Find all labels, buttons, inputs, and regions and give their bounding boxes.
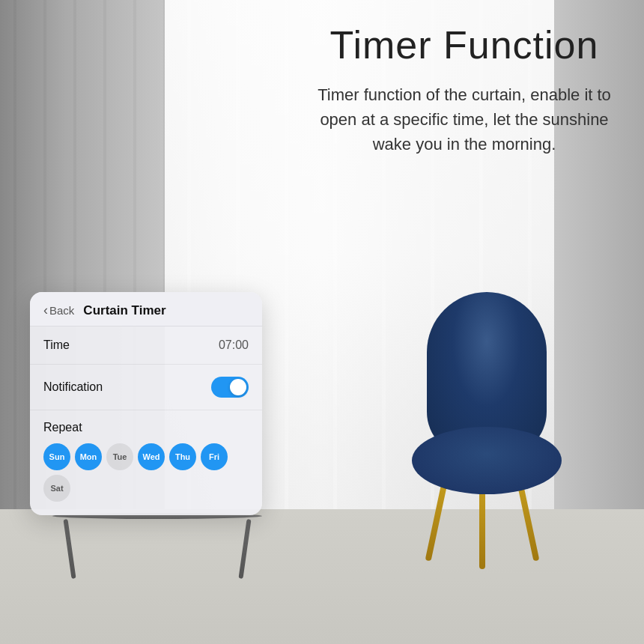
card-title: Curtain Timer — [83, 303, 165, 318]
repeat-section: Repeat SunMonTueWedThuFriSat — [30, 410, 262, 515]
back-chevron-icon: ‹ — [43, 303, 48, 318]
timer-card: ‹ Back Curtain Timer Time 07:00 Notifica… — [30, 292, 262, 515]
notification-label: Notification — [43, 380, 103, 394]
notification-toggle[interactable] — [211, 377, 249, 398]
day-button-fri[interactable]: Fri — [201, 443, 228, 470]
table — [45, 513, 270, 535]
day-button-wed[interactable]: Wed — [138, 443, 165, 470]
day-button-sun[interactable]: Sun — [43, 443, 70, 470]
back-label: Back — [49, 304, 74, 317]
chair — [404, 292, 569, 532]
day-button-mon[interactable]: Mon — [75, 443, 102, 470]
time-value: 07:00 — [219, 338, 249, 352]
header-section: Timer Function Timer function of the cur… — [307, 22, 622, 157]
day-button-tue[interactable]: Tue — [106, 443, 133, 470]
notification-row: Notification — [30, 365, 262, 410]
header-description: Timer function of the curtain, enable it… — [307, 82, 622, 157]
day-buttons-container: SunMonTueWedThuFriSat — [43, 443, 249, 502]
back-button[interactable]: ‹ Back — [43, 303, 74, 318]
card-header: ‹ Back Curtain Timer — [30, 292, 262, 326]
toggle-knob — [230, 379, 246, 395]
repeat-label: Repeat — [43, 421, 249, 434]
page-title: Timer Function — [307, 22, 622, 67]
time-row[interactable]: Time 07:00 — [30, 326, 262, 365]
chair-seat — [412, 427, 562, 494]
day-button-sat[interactable]: Sat — [43, 475, 70, 502]
day-button-thu[interactable]: Thu — [169, 443, 196, 470]
time-label: Time — [43, 338, 70, 352]
